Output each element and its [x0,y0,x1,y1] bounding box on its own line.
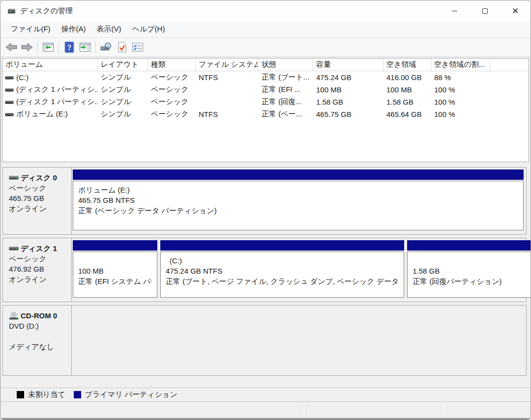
cell-type: ベーシック [148,85,196,94]
disk-name: ディスク 1 [21,243,57,253]
partition-volume-e[interactable]: ボリューム (E:) 465.75 GB NTFS 正常 (ベーシック データ … [73,169,524,230]
menu-action[interactable]: 操作(A) [56,22,91,36]
column-header-type[interactable]: 種類 [148,58,196,71]
back-button[interactable] [3,40,19,55]
cdrom0-row: CD-ROM 0 DVD (D:) メディアなし [2,305,527,376]
checklist-button[interactable] [130,40,146,55]
partition-efi[interactable]: 100 MB 正常 (EFI システム パー [73,240,157,298]
show-console-tree-button[interactable] [40,40,56,55]
status-bar [0,401,531,418]
volume-icon [5,112,14,117]
partition-c[interactable]: (C:) 475.24 GB NTFS 正常 (ブート, ページ ファイル, ク… [160,240,404,298]
cell-free-pct: 100 % [431,98,490,106]
column-header-filesystem[interactable]: ファイル システム [196,58,259,71]
menu-file[interactable]: ファイル(F) [5,22,56,36]
partition-title: (C:) [166,255,399,266]
legend-bar: 未割り当て プライマリ パーティション [0,388,531,401]
disk1-label[interactable]: ディスク 1 ベーシック 476.92 GB オンライン [3,238,72,302]
menu-bar: ファイル(F) 操作(A) 表示(V) ヘルプ(H) [0,21,531,38]
column-header-layout[interactable]: レイアウト [98,58,148,71]
volume-row-recovery[interactable]: (ディスク 1 パーティシ... シンプル ベーシック 正常 (回復... 1.… [2,96,529,108]
partition-recovery[interactable]: 1.58 GB 正常 (回復パーティション) [407,240,531,298]
cdrom-empty-area [72,306,526,375]
show-console-tree-icon [42,42,54,53]
column-header-capacity[interactable]: 容量 [313,58,384,71]
volume-list-header: ボリューム レイアウト 種類 ファイル システム 状態 容量 空き領域 空き領域… [2,58,529,71]
close-icon: ✕ [512,7,519,15]
volume-row-c[interactable]: (C:) シンプル ベーシック NTFS 正常 (ブート... 475.24 G… [2,71,529,84]
disk-management-window: ディスクの管理 ✕ ファイル(F) 操作(A) 表示(V) ヘルプ(H) [0,0,531,420]
cell-capacity: 1.58 GB [313,98,384,106]
volume-name: (ディスク 1 パーティシ... [16,85,98,94]
disk-name: CD-ROM 0 [21,310,57,321]
cell-free-pct: 100 % [431,85,490,94]
volume-row-e[interactable]: ボリューム (E:) シンプル ベーシック NTFS 正常 (ベー... 465… [2,108,529,120]
forward-button[interactable] [19,40,35,55]
check-document-button[interactable] [114,40,130,55]
volume-row-efi[interactable]: (ディスク 1 パーティシ... シンプル ベーシック 正常 (EFI ... … [2,84,529,96]
title-bar: ディスクの管理 ✕ [0,0,531,21]
column-header-volume[interactable]: ボリューム [2,58,98,71]
help-button[interactable]: ? [61,40,77,55]
toolbar-separator [37,41,38,53]
toolbar-separator [59,41,59,53]
minimize-button[interactable] [439,0,470,21]
cell-layout: シンプル [98,97,148,107]
unallocated-swatch [17,391,24,398]
column-header-filler [490,58,529,71]
disk-graph-view: ディスク 0 ベーシック 465.75 GB オンライン ボリューム (E:) … [0,165,531,388]
menu-view[interactable]: 表示(V) [91,22,127,36]
primary-partition-bar [73,169,524,180]
disk-status: オンライン [9,203,68,214]
cell-filesystem: NTFS [196,110,259,118]
disk-kind: ベーシック [9,183,68,193]
disk-size: 476.92 GB [9,264,68,274]
window-bottom-border [0,418,531,420]
menu-help[interactable]: ヘルプ(H) [127,22,171,36]
maximize-icon [482,8,488,14]
disk-icon [9,175,19,181]
cell-capacity: 100 MB [313,85,384,94]
toolbar-separator [95,41,96,53]
cell-free: 465.64 GB [384,110,431,118]
cdrom0-label[interactable]: CD-ROM 0 DVD (D:) メディアなし [3,306,72,375]
app-icon [7,7,16,15]
svg-text:?: ? [67,43,71,52]
forward-icon [21,42,33,53]
show-action-pane-button[interactable] [77,40,93,55]
cell-layout: シンプル [98,110,148,119]
volume-name: ボリューム (E:) [16,110,68,119]
primary-partition-bar [407,240,531,251]
status-bar-separator [304,403,304,417]
disk-kind: ベーシック [9,253,68,264]
cell-capacity: 465.75 GB [313,110,384,118]
back-icon [5,42,18,53]
cell-layout: シンプル [98,73,148,82]
disk1-row: ディスク 1 ベーシック 476.92 GB オンライン 100 MB 正常 (… [2,238,527,302]
primary-partition-bar [73,240,157,251]
rescan-disks-button[interactable] [98,40,114,55]
cell-filesystem: NTFS [196,73,259,82]
primary-partition-label: プライマリ パーティション [85,390,177,399]
cell-free: 100 MB [384,85,431,94]
cell-status: 正常 (ベー... [259,110,313,119]
partition-title [78,255,152,266]
maximize-button[interactable] [470,0,500,21]
cell-free-pct: 88 % [431,73,490,82]
column-header-status[interactable]: 状態 [259,58,313,71]
column-header-free[interactable]: 空き領域 [384,58,431,71]
partition-size: 1.58 GB [413,266,531,276]
close-button[interactable]: ✕ [500,0,531,21]
partition-status: 正常 (EFI システム パー [78,276,152,286]
check-document-icon [117,41,127,53]
volume-name: (ディスク 1 パーティシ... [16,97,98,107]
primary-partition-bar [160,240,404,251]
cell-free: 1.58 GB [384,98,431,106]
column-header-free-pct[interactable]: 空き領域の割... [431,58,490,71]
volume-list: ボリューム レイアウト 種類 ファイル システム 状態 容量 空き領域 空き領域… [2,58,529,162]
unallocated-label: 未割り当て [28,390,65,399]
disk0-row: ディスク 0 ベーシック 465.75 GB オンライン ボリューム (E:) … [2,167,527,235]
primary-partition-swatch [74,391,81,398]
status-bar-separator [444,403,445,417]
disk0-label[interactable]: ディスク 0 ベーシック 465.75 GB オンライン [3,168,72,234]
